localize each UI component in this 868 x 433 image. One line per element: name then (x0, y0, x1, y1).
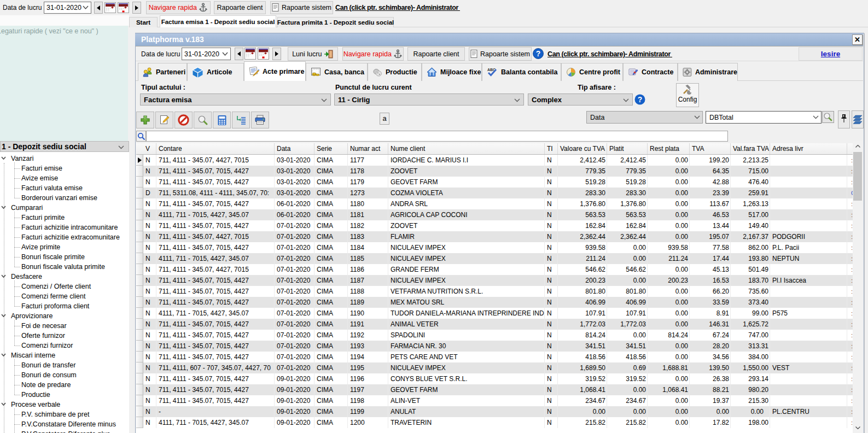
svg-text:?: ? (638, 95, 643, 104)
svg-text:?: ? (536, 49, 541, 58)
